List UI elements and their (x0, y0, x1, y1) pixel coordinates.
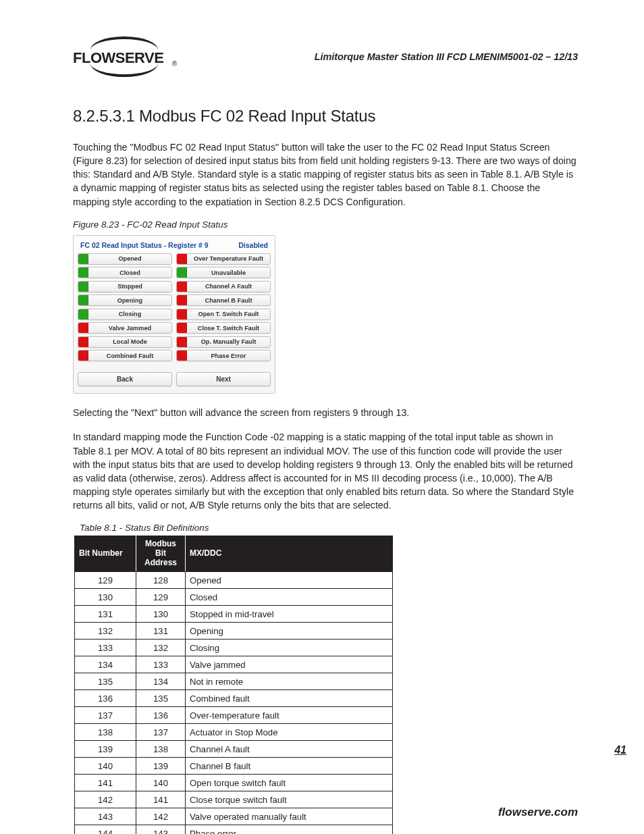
red-swatch-icon (177, 254, 187, 264)
status-pill-label: Opened (88, 255, 171, 262)
cell-modbus-bit-address: 134 (136, 673, 186, 689)
section-title: 8.2.5.3.1 Modbus FC 02 Read Input Status (73, 107, 578, 126)
table-header-modbus-bit-address: Modbus Bit Address (136, 536, 186, 571)
status-pill[interactable]: Combined Fault (78, 350, 172, 361)
status-pill[interactable]: Close T. Switch Fault (176, 322, 271, 334)
status-pill-label: Opening (88, 297, 171, 304)
cell-modbus-bit-address: 135 (136, 689, 186, 706)
table-row: 130129Closed (75, 588, 393, 605)
cell-modbus-bit-address: 130 (136, 605, 186, 622)
status-pill-label: Stopped (88, 283, 171, 290)
status-pill-label: Channel A Fault (187, 283, 270, 290)
cell-mx-ddc: Opening (186, 622, 393, 639)
cell-modbus-bit-address: 132 (136, 639, 186, 656)
table-row: 134133Valve jammed (75, 656, 393, 673)
back-button[interactable]: Back (78, 372, 172, 386)
flowserve-logo: FLOWSERVE ® (73, 39, 176, 74)
figure-title-left: FC 02 Read Input Status - Register # 9 (80, 241, 209, 249)
status-pill[interactable]: Channel A Fault (176, 281, 271, 292)
cell-mx-ddc: Valve jammed (186, 656, 393, 673)
status-pill[interactable]: Valve Jammed (78, 322, 172, 334)
cell-mx-ddc: Valve operated manually fault (186, 808, 393, 825)
cell-modbus-bit-address: 142 (136, 808, 186, 825)
status-pill[interactable]: Op. Manually Fault (176, 336, 271, 348)
cell-bit-number: 136 (75, 689, 136, 706)
paragraph-3: In standard mapping mode the Function Co… (73, 430, 578, 512)
cell-bit-number: 141 (75, 774, 136, 791)
green-swatch-icon (78, 295, 88, 305)
red-swatch-icon (177, 282, 187, 292)
cell-modbus-bit-address: 141 (136, 791, 186, 808)
table-caption: Table 8.1 - Status Bit Definitions (80, 523, 578, 533)
footer-url: flowserve.com (498, 806, 578, 819)
figure-title-right: Disabled (238, 241, 268, 249)
status-pill[interactable]: Closed (78, 267, 172, 278)
status-pill-label: Local Mode (88, 338, 171, 345)
status-pill[interactable]: Channel B Fault (176, 294, 271, 306)
green-swatch-icon (78, 282, 88, 292)
cell-bit-number: 132 (75, 622, 136, 639)
cell-bit-number: 135 (75, 673, 136, 689)
red-swatch-icon (78, 350, 88, 361)
status-pill[interactable]: Stopped (78, 281, 172, 292)
cell-modbus-bit-address: 133 (136, 656, 186, 673)
cell-mx-ddc: Phase error (186, 825, 393, 834)
cell-mx-ddc: Actuator in Stop Mode (186, 723, 393, 740)
table-row: 144143Phase error (75, 825, 393, 834)
status-pill-label: Open T. Switch Fault (187, 311, 270, 317)
red-swatch-icon (78, 337, 88, 347)
cell-mx-ddc: Open torque switch fault (186, 774, 393, 791)
next-button[interactable]: Next (176, 372, 271, 386)
table-row: 138137Actuator in Stop Mode (75, 723, 393, 740)
cell-bit-number: 134 (75, 656, 136, 673)
green-swatch-icon (78, 309, 88, 319)
status-pill-label: Op. Manually Fault (187, 338, 270, 345)
cell-modbus-bit-address: 129 (136, 588, 186, 605)
document-id: Limitorque Master Station III FCD LMENIM… (315, 51, 578, 62)
cell-mx-ddc: Close torque switch fault (186, 791, 393, 808)
cell-bit-number: 142 (75, 791, 136, 808)
table-row: 135134Not in remote (75, 673, 393, 689)
cell-mx-ddc: Channel A fault (186, 740, 393, 757)
table-row: 132131Opening (75, 622, 393, 639)
paragraph-1: Touching the "Modbus FC 02 Read Input St… (73, 140, 578, 209)
cell-bit-number: 138 (75, 723, 136, 740)
table-row: 131130Stopped in mid-travel (75, 605, 393, 622)
status-pill[interactable]: Opening (78, 294, 172, 306)
status-pill-label: Combined Fault (88, 353, 171, 359)
table-row: 143142Valve operated manually fault (75, 808, 393, 825)
status-pill-label: Close T. Switch Fault (187, 325, 270, 332)
cell-bit-number: 143 (75, 808, 136, 825)
cell-mx-ddc: Channel B fault (186, 757, 393, 774)
status-pill-label: Valve Jammed (88, 325, 171, 332)
status-pill[interactable]: Opened (78, 253, 172, 265)
table-row: 140139Channel B fault (75, 757, 393, 774)
cell-bit-number: 137 (75, 706, 136, 723)
cell-modbus-bit-address: 131 (136, 622, 186, 639)
status-pill[interactable]: Over Temperature Fault (176, 253, 271, 265)
green-swatch-icon (78, 254, 88, 264)
status-pill-label: Over Temperature Fault (187, 255, 270, 262)
cell-mx-ddc: Closed (186, 588, 393, 605)
table-row: 133132Closing (75, 639, 393, 656)
cell-bit-number: 144 (75, 825, 136, 834)
status-pill-label: Phase Error (187, 353, 270, 359)
logo-text: FLOWSERVE (73, 49, 163, 67)
status-pill[interactable]: Open T. Switch Fault (176, 309, 271, 320)
cell-mx-ddc: Opened (186, 571, 393, 588)
cell-bit-number: 139 (75, 740, 136, 757)
cell-mx-ddc: Stopped in mid-travel (186, 605, 393, 622)
table-row: 139138Channel A fault (75, 740, 393, 757)
status-pill-label: Unavailable (187, 269, 270, 276)
table-header-bit-number: Bit Number (75, 536, 136, 571)
page-number: 41 (614, 744, 626, 756)
status-pill-label: Channel B Fault (187, 297, 270, 304)
status-pill[interactable]: Local Mode (78, 336, 172, 348)
status-pill[interactable]: Phase Error (176, 350, 271, 361)
status-pill[interactable]: Closing (78, 309, 172, 320)
status-bit-table: Bit Number Modbus Bit Address MX/DDC 129… (74, 536, 393, 834)
red-swatch-icon (177, 323, 187, 333)
cell-bit-number: 140 (75, 757, 136, 774)
status-pill[interactable]: Unavailable (176, 267, 271, 278)
red-swatch-icon (177, 309, 187, 319)
